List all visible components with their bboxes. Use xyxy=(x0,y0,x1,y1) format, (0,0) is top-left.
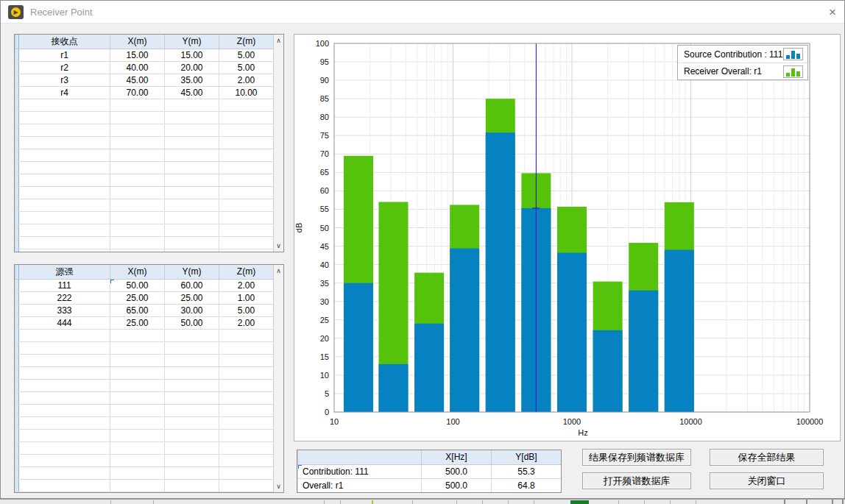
table-cell[interactable]: r4 xyxy=(19,86,110,99)
table-cell[interactable] xyxy=(110,341,165,354)
save-to-spectrum-db-button[interactable]: 结果保存到频谱数据库 xyxy=(582,449,691,466)
scroll-down-icon[interactable]: ∨ xyxy=(274,481,283,491)
table-cell[interactable] xyxy=(219,441,274,454)
table-cell[interactable] xyxy=(219,491,274,493)
table-cell[interactable]: 45.00 xyxy=(165,86,219,99)
legend-bars-icon[interactable] xyxy=(783,48,803,60)
table-cell[interactable]: 5.00 xyxy=(219,49,274,61)
table-cell[interactable]: 444 xyxy=(19,316,110,329)
table-cell[interactable] xyxy=(219,354,274,366)
table-cell[interactable] xyxy=(110,379,165,391)
legend-item[interactable]: Source Contribution : 111 xyxy=(678,46,807,63)
table-cell[interactable]: 25.00 xyxy=(165,291,219,304)
table-cell[interactable]: 2.00 xyxy=(219,279,274,291)
table-cell[interactable]: 35.00 xyxy=(165,74,219,86)
table-cell[interactable] xyxy=(165,491,219,493)
table-cell[interactable] xyxy=(110,416,165,429)
table-cell[interactable] xyxy=(219,99,274,111)
table-cell[interactable] xyxy=(19,416,110,429)
scroll-up-icon[interactable]: ∧ xyxy=(274,35,283,46)
table-cell[interactable] xyxy=(19,161,110,174)
table-cell[interactable]: Contribution: 111 xyxy=(298,464,422,478)
legend-item[interactable]: Receiver Overall: r1 xyxy=(678,63,807,79)
table-cell[interactable] xyxy=(19,186,110,199)
table-cell[interactable] xyxy=(165,354,219,366)
close-icon[interactable]: × xyxy=(823,4,842,21)
save-all-results-button[interactable]: 保存全部结果 xyxy=(710,449,824,466)
table-cell[interactable] xyxy=(19,149,110,161)
table-cell[interactable] xyxy=(165,466,219,479)
table-cell[interactable] xyxy=(219,224,274,236)
table-cell[interactable]: 2.00 xyxy=(219,74,274,86)
table-cell[interactable] xyxy=(165,111,219,124)
table-cell[interactable] xyxy=(110,491,165,493)
table-cell[interactable] xyxy=(110,136,165,149)
table-cell[interactable] xyxy=(19,491,110,493)
table-cell[interactable] xyxy=(110,99,165,111)
table-cell[interactable] xyxy=(219,124,274,136)
table-cell[interactable] xyxy=(165,99,219,111)
table-cell[interactable] xyxy=(165,236,219,249)
table-cell[interactable] xyxy=(165,161,219,174)
table-cell[interactable]: 25.00 xyxy=(110,316,165,329)
table-cell[interactable] xyxy=(19,249,110,252)
table-cell[interactable] xyxy=(19,379,110,391)
table-cell[interactable] xyxy=(219,391,274,404)
table-cell[interactable] xyxy=(165,379,219,391)
table-cell[interactable] xyxy=(110,199,165,211)
table-cell[interactable]: r3 xyxy=(19,74,110,86)
table-cell[interactable] xyxy=(165,454,219,466)
table-cell[interactable] xyxy=(219,249,274,252)
source-table-scrollbar[interactable]: ∧ ∨ xyxy=(273,265,283,492)
table-cell[interactable] xyxy=(219,111,274,124)
table-cell[interactable]: 111 xyxy=(19,279,110,291)
table-cell[interactable] xyxy=(110,429,165,441)
receiver-table-scrollbar[interactable]: ∧ ∨ xyxy=(273,35,283,252)
table-cell[interactable] xyxy=(19,329,110,341)
table-cell[interactable]: 55.3 xyxy=(492,464,562,478)
table-cell[interactable]: 60.00 xyxy=(165,279,219,291)
table-cell[interactable] xyxy=(219,186,274,199)
table-cell[interactable]: 70.00 xyxy=(110,86,165,99)
table-cell[interactable] xyxy=(219,404,274,416)
close-window-button[interactable]: 关闭窗口 xyxy=(710,472,824,489)
table-cell[interactable] xyxy=(19,111,110,124)
table-cell[interactable] xyxy=(165,404,219,416)
legend-bars-icon[interactable] xyxy=(783,65,803,78)
table-cell[interactable] xyxy=(19,174,110,186)
scroll-down-icon[interactable]: ∨ xyxy=(274,241,283,251)
table-cell[interactable] xyxy=(165,174,219,186)
table-cell[interactable] xyxy=(219,174,274,186)
table-cell[interactable]: 25.00 xyxy=(110,291,165,304)
table-cell[interactable] xyxy=(110,329,165,341)
table-cell[interactable]: 64.8 xyxy=(492,478,562,492)
table-cell[interactable] xyxy=(19,354,110,366)
table-cell[interactable] xyxy=(219,136,274,149)
table-cell[interactable] xyxy=(219,479,274,491)
table-cell[interactable] xyxy=(165,199,219,211)
table-cell[interactable]: 500.0 xyxy=(422,464,492,478)
table-cell[interactable] xyxy=(165,224,219,236)
table-cell[interactable]: 40.00 xyxy=(110,61,165,74)
table-cell[interactable] xyxy=(110,111,165,124)
table-cell[interactable] xyxy=(165,136,219,149)
table-cell[interactable] xyxy=(110,404,165,416)
table-cell[interactable] xyxy=(165,479,219,491)
table-cell[interactable]: 500.0 xyxy=(422,478,492,492)
table-cell[interactable] xyxy=(165,341,219,354)
table-cell[interactable] xyxy=(110,174,165,186)
table-cell[interactable] xyxy=(219,466,274,479)
table-cell[interactable] xyxy=(110,224,165,236)
table-cell[interactable] xyxy=(19,441,110,454)
table-cell[interactable] xyxy=(219,149,274,161)
table-cell[interactable] xyxy=(165,429,219,441)
table-cell[interactable] xyxy=(19,341,110,354)
scroll-up-icon[interactable]: ∧ xyxy=(274,266,283,276)
table-cell[interactable] xyxy=(19,199,110,211)
table-cell[interactable] xyxy=(110,466,165,479)
table-cell[interactable]: Overall: r1 xyxy=(298,478,422,492)
table-cell[interactable]: 20.00 xyxy=(165,61,219,74)
table-cell[interactable] xyxy=(165,249,219,252)
table-cell[interactable]: 15.00 xyxy=(165,49,219,61)
table-cell[interactable] xyxy=(219,429,274,441)
